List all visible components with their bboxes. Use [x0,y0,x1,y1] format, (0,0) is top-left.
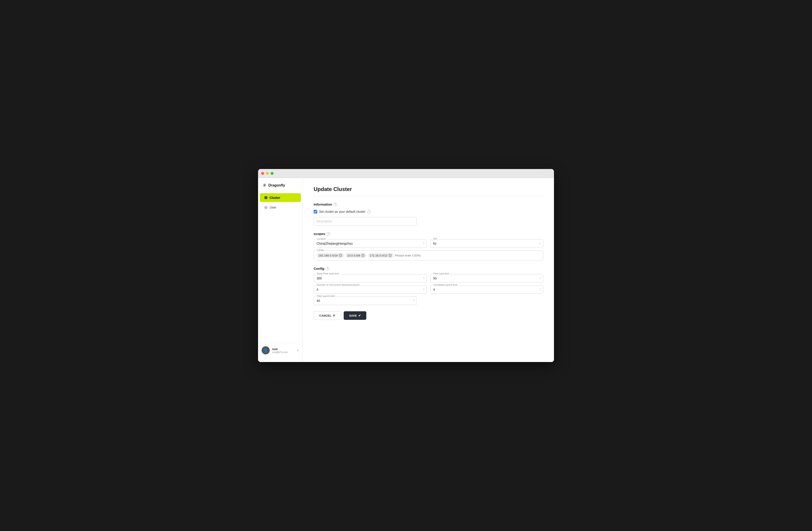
logo: ✳ Dragonfly [258,182,303,193]
sidebar: ✳ Dragonfly ⊞ Cluster ◎ User 👤 root root… [258,178,303,362]
default-cluster-tooltip-icon[interactable]: ? [367,210,371,213]
default-cluster-label: Set cluster as your default cluster [319,210,365,213]
main-content: Update Cluster Information ? Set cluster… [303,178,554,362]
save-label: SAVE [349,314,357,317]
concurrent-download-pieces-wrapper: Number of concurrent download pieces ? [314,285,426,294]
peer-load-limit-label: Peer load limit [433,272,450,275]
description-input[interactable] [314,217,417,226]
cidrs-label: CIDRs [316,249,325,252]
candidate-parent-info-icon[interactable]: ? [539,288,541,291]
idc-field-wrapper: IDC ? [430,239,543,248]
information-tooltip-icon[interactable]: ? [334,202,337,206]
peer-load-limit-input[interactable] [430,274,543,282]
page-title: Update Cluster [314,186,543,196]
app-window: ✳ Dragonfly ⊞ Cluster ◎ User 👤 root root… [258,169,554,362]
idc-label: IDC [433,237,438,240]
titlebar [258,169,554,178]
fullscreen-button[interactable] [271,172,274,175]
user-icon: ◎ [264,205,267,209]
cidrs-field-wrapper: CIDRs 192.168.0.0/16 ✕ 10.0.0.0/8 ✕ 172.… [314,250,543,260]
peer-load-info-icon[interactable]: ? [539,277,541,280]
user-name: root [272,347,294,351]
default-cluster-checkbox[interactable] [314,210,317,213]
sidebar-item-cluster[interactable]: ⊞ Cluster [260,193,301,202]
idc-input[interactable] [430,239,543,248]
cancel-icon: ✕ [333,314,335,317]
app-body: ✳ Dragonfly ⊞ Cluster ◎ User 👤 root root… [258,178,554,362]
filter-parent-limit-label: Filter parent limit [316,295,336,297]
scopes-label: scopes [314,232,325,236]
candidate-parent-limit-label: Candidate parent limit [433,283,458,286]
cidr-tag-1: 192.168.0.0/16 ✕ [317,253,344,258]
filter-parent-info-icon[interactable]: ? [413,299,415,303]
cancel-label: CANCEL [319,314,331,317]
scopes-tooltip-icon[interactable]: ? [327,232,330,236]
scopes-section: scopes ? Location ? IDC ? [314,232,543,260]
sidebar-item-user[interactable]: ◎ User [260,203,301,212]
cluster-icon: ⊞ [264,195,267,200]
cidr-tag-2-value: 10.0.0.0/8 [347,254,360,257]
location-info-icon[interactable]: ? [423,242,424,245]
default-cluster-row: Set cluster as your default cluster ? [314,210,543,213]
avatar-icon: 👤 [263,348,268,353]
location-label: Location [316,237,327,240]
cancel-button[interactable]: CANCEL ✕ [314,311,341,320]
seed-peer-load-limit-input[interactable] [314,274,426,282]
close-button[interactable] [261,172,264,175]
cidr-input[interactable] [395,254,540,257]
user-email: root@d7y.com [272,351,294,353]
cidr-tag-2: 10.0.0.0/8 ✕ [346,253,366,258]
sidebar-cluster-label: Cluster [270,196,280,199]
candidate-parent-limit-wrapper: Candidate parent limit ? [430,285,543,294]
save-button[interactable]: SAVE ✔ [344,311,366,320]
load-limit-row: Seed Peer load limit ? Peer load limit ? [314,274,543,282]
cidr-tag-3-remove[interactable]: ✕ [388,254,392,257]
idc-info-icon[interactable]: ? [539,242,541,245]
location-field-wrapper: Location ? [314,239,426,248]
logo-icon: ✳ [262,182,266,188]
information-section-title: Information ? [314,202,543,206]
candidate-parent-limit-input[interactable] [430,285,543,294]
cidr-tag-2-remove[interactable]: ✕ [361,254,365,257]
peer-load-limit-wrapper: Peer load limit ? [430,274,543,282]
cidr-tag-3: 172.16.0.0/12 ✕ [368,253,394,258]
config-section-title: Config ? [314,267,543,270]
user-info: root root@d7y.com [272,347,294,353]
user-chevron-icon[interactable]: ⇅ [297,349,299,352]
information-section: Information ? Set cluster as your defaul… [314,202,543,226]
location-input[interactable] [314,239,426,248]
seed-peer-info-icon[interactable]: ? [423,277,424,280]
logo-text: Dragonfly [269,183,285,187]
description-field-wrapper [314,217,417,226]
concurrent-download-pieces-input[interactable] [314,285,426,294]
seed-peer-load-limit-wrapper: Seed Peer load limit ? [314,274,426,282]
sidebar-user-label: User [270,206,276,209]
concurrent-download-info-icon[interactable]: ? [423,288,424,291]
download-candidate-row: Number of concurrent download pieces ? C… [314,285,543,294]
information-label: Information [314,202,332,206]
config-tooltip-icon[interactable]: ? [325,267,329,270]
cidr-tag-1-value: 192.168.0.0/16 [318,254,338,257]
seed-peer-load-limit-label: Seed Peer load limit [316,272,339,275]
scopes-section-title: scopes ? [314,232,543,236]
filter-parent-limit-input[interactable] [314,296,417,305]
button-row: CANCEL ✕ SAVE ✔ [314,311,543,320]
minimize-button[interactable] [266,172,269,175]
cidr-tag-1-remove[interactable]: ✕ [339,254,342,257]
config-label: Config [314,267,324,270]
location-idc-row: Location ? IDC ? [314,239,543,248]
config-section: Config ? Seed Peer load limit ? Peer loa… [314,267,543,305]
avatar: 👤 [262,346,270,354]
filter-parent-limit-wrapper: Filter parent limit ? [314,296,417,305]
cidr-tag-3-value: 172.16.0.0/12 [370,254,388,257]
sidebar-footer: 👤 root root@d7y.com ⇅ [258,343,303,358]
concurrent-download-pieces-label: Number of concurrent download pieces [316,283,361,286]
save-icon: ✔ [358,314,361,317]
